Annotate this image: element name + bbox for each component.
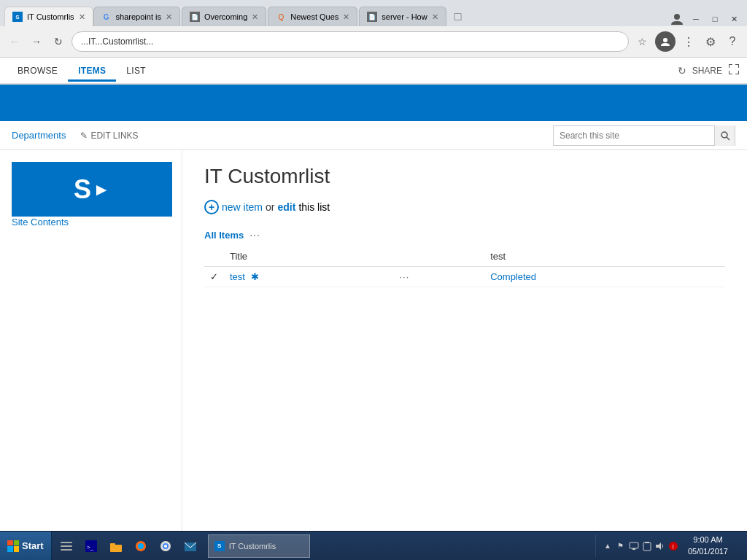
tab-newest-ques[interactable]: Q Newest Ques ✕ xyxy=(268,7,357,26)
departments-nav-link[interactable]: Departments xyxy=(12,130,66,141)
tray-icon-flag[interactable]: ⚑ xyxy=(615,540,627,552)
taskbar-icon-mail[interactable] xyxy=(179,534,202,558)
system-tray: ▲ ⚑ ! 9:00 AM 05/01/2017 xyxy=(595,534,747,557)
tab-label-4: Newest Ques xyxy=(290,12,338,21)
table-row: ✓ test ✱ ··· Completed xyxy=(204,267,725,287)
tray-icon-volume[interactable] xyxy=(654,540,666,552)
tab-browse[interactable]: BROWSE xyxy=(7,60,68,82)
svg-text:!: ! xyxy=(672,543,674,551)
table-header: Title test xyxy=(204,246,725,267)
tab-it-customrlist[interactable]: S IT Customrlis ✕ xyxy=(4,7,93,26)
svg-rect-26 xyxy=(632,548,635,550)
refresh-button[interactable]: ↻ xyxy=(50,33,67,50)
svg-rect-3 xyxy=(729,64,729,68)
windows-logo-icon xyxy=(7,540,19,552)
tab-close-4[interactable]: ✕ xyxy=(343,12,349,22)
edit-link[interactable]: edit xyxy=(277,201,295,213)
list-table: Title test ✓ test ✱ ··· Completed xyxy=(204,246,725,287)
svg-marker-29 xyxy=(656,542,661,550)
system-clock[interactable]: 9:00 AM 05/01/2017 xyxy=(682,534,734,557)
back-button[interactable]: ← xyxy=(6,33,23,50)
fullscreen-button[interactable] xyxy=(728,63,740,77)
profile-button[interactable] xyxy=(668,12,686,26)
svg-rect-25 xyxy=(630,542,638,548)
tray-icons: ▲ ⚑ ! xyxy=(602,540,679,552)
start-button[interactable]: Start xyxy=(0,532,52,560)
tab-close-3[interactable]: ✕ xyxy=(252,12,258,22)
tab-label-1: IT Customrlis xyxy=(27,12,74,21)
edit-links-button[interactable]: ✎ EDIT LINKS xyxy=(80,131,138,141)
col-title: Title xyxy=(224,246,393,267)
tray-icon-error[interactable]: ! xyxy=(667,540,679,552)
tab-server[interactable]: 📄 server - How ✕ xyxy=(359,7,446,26)
minimize-button[interactable]: ─ xyxy=(687,12,705,26)
help-button[interactable]: ? xyxy=(724,33,741,50)
or-text: or xyxy=(266,201,274,213)
site-search xyxy=(553,125,735,146)
taskbar-icon-firefox[interactable] xyxy=(129,534,152,558)
address-input[interactable] xyxy=(71,31,629,52)
tab-favicon-doc1: 📄 xyxy=(190,12,200,22)
tab-overcoming[interactable]: 📄 Overcoming ✕ xyxy=(182,7,266,26)
row-status-completed[interactable]: Completed xyxy=(490,271,536,282)
address-bar-row: ← → ↻ ☆ ⋮ ⚙ ? xyxy=(0,26,747,57)
new-tab-button[interactable]: □ xyxy=(448,7,468,26)
ribbon: BROWSE ITEMS LIST ↻ SHARE xyxy=(0,58,747,85)
edit-links-label: EDIT LINKS xyxy=(90,131,138,141)
add-new-item-icon[interactable]: + xyxy=(204,200,219,214)
tab-label-3: Overcoming xyxy=(204,12,247,21)
bookmark-button[interactable]: ☆ xyxy=(633,33,651,50)
svg-rect-5 xyxy=(738,64,739,68)
sp-logo-s: S xyxy=(74,174,91,205)
taskbar-icon-network[interactable] xyxy=(55,534,78,558)
window-controls: ─ □ ✕ xyxy=(668,12,743,26)
maximize-button[interactable]: □ xyxy=(706,12,724,26)
this-list-text: this list xyxy=(298,201,330,213)
extensions-button[interactable]: ⚙ xyxy=(702,33,719,50)
all-items-more-button[interactable]: ··· xyxy=(249,229,260,241)
svg-rect-12 xyxy=(61,542,72,543)
taskbar-icon-cmd[interactable]: >_ xyxy=(80,534,103,558)
refresh-icon: ↻ xyxy=(678,65,686,77)
row-check: ✓ xyxy=(204,267,224,287)
sp-logo-arrow: ► xyxy=(93,179,110,200)
close-window-button[interactable]: ✕ xyxy=(725,12,743,26)
tab-sharepoint[interactable]: G sharepoint is ✕ xyxy=(93,7,180,26)
share-label: SHARE xyxy=(692,66,722,76)
new-item-link[interactable]: new item xyxy=(222,201,263,213)
forward-button[interactable]: → xyxy=(28,33,45,50)
search-input[interactable] xyxy=(554,131,714,141)
taskbar-app-it-customrlist[interactable]: S IT Customrlis xyxy=(208,534,310,558)
tray-icon-monitor[interactable] xyxy=(628,540,640,552)
tray-icon-clipboard[interactable] xyxy=(641,540,653,552)
share-button[interactable]: ↻ SHARE xyxy=(678,65,722,77)
tab-label-2: sharepoint is xyxy=(116,12,161,21)
taskbar-icon-chrome[interactable] xyxy=(154,534,177,558)
all-items-label[interactable]: All Items xyxy=(204,230,244,241)
row-ellipsis[interactable]: ··· xyxy=(393,267,484,287)
tab-items[interactable]: ITEMS xyxy=(68,60,116,82)
row-title-link[interactable]: test xyxy=(230,271,245,282)
svg-rect-7 xyxy=(729,71,729,74)
site-contents-link[interactable]: Site Contents xyxy=(12,217,69,228)
browser-settings-button[interactable]: ⋮ xyxy=(680,33,697,50)
svg-point-10 xyxy=(721,132,727,138)
clock-time: 9:00 AM xyxy=(693,534,722,545)
row-more-button[interactable]: ··· xyxy=(399,271,409,282)
tray-icon-up-arrow[interactable]: ▲ xyxy=(602,540,614,552)
sp-navigation: Departments ✎ EDIT LINKS xyxy=(0,121,747,150)
tab-list[interactable]: LIST xyxy=(116,60,156,82)
svg-line-11 xyxy=(727,137,729,140)
tab-favicon-q: Q xyxy=(276,12,286,22)
search-button[interactable] xyxy=(714,125,735,146)
pencil-icon: ✎ xyxy=(80,131,88,141)
new-item-bar: + new item or edit this list xyxy=(204,200,725,214)
user-profile-button[interactable] xyxy=(655,31,676,52)
tab-close-5[interactable]: ✕ xyxy=(432,12,438,22)
taskbar-icon-explorer[interactable] xyxy=(104,534,128,558)
tab-close-1[interactable]: ✕ xyxy=(79,12,85,22)
taskbar-apps: S IT Customrlis xyxy=(205,534,595,558)
row-settings-icon[interactable]: ✱ xyxy=(251,271,259,282)
tab-close-2[interactable]: ✕ xyxy=(166,12,172,22)
main-content: IT Customrlist + new item or edit this l… xyxy=(182,150,747,535)
